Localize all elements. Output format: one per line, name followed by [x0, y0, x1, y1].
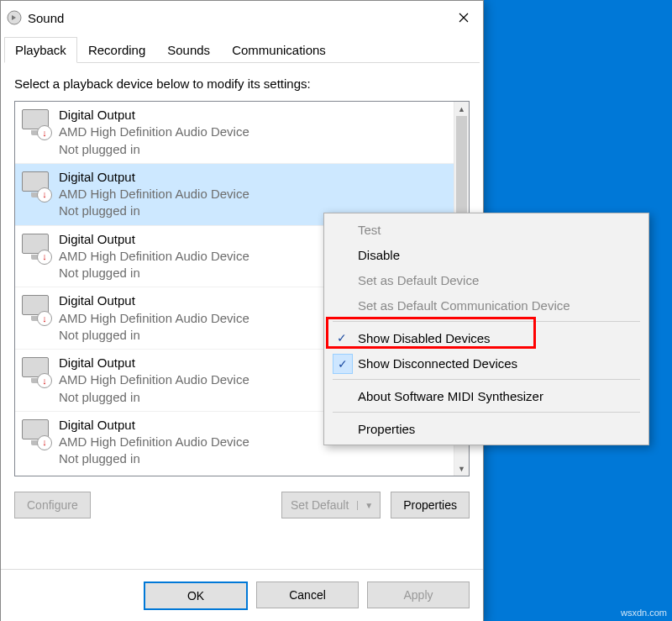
monitor-icon: ↓ [18, 169, 52, 203]
device-text: Digital OutputAMD High Definition Audio … [59, 417, 249, 468]
check-icon: ✓ [333, 354, 353, 374]
instruction-text: Select a playback device below to modify… [14, 76, 470, 91]
device-name: Digital Output [59, 107, 249, 124]
device-text: Digital OutputAMD High Definition Audio … [59, 231, 249, 282]
monitor-icon: ↓ [18, 417, 52, 450]
device-name: Digital Output [59, 231, 249, 248]
device-state: Not plugged in [59, 327, 249, 344]
ctx-set-default-comm-device[interactable]: Set as Default Communication Device [324, 292, 648, 318]
device-subtitle: AMD High Definition Audio Device [59, 371, 249, 388]
ctx-disable[interactable]: Disable [324, 242, 648, 267]
scroll-down-button[interactable]: ▼ [454, 461, 469, 476]
device-state: Not plugged in [59, 450, 249, 467]
ctx-set-default-device[interactable]: Set as Default Device [324, 267, 648, 292]
monitor-icon: ↓ [18, 231, 52, 265]
monitor-icon: ↓ [18, 292, 52, 326]
cancel-button[interactable]: Cancel [256, 582, 359, 608]
context-menu: Test Disable Set as Default Device Set a… [323, 213, 649, 445]
tabs-container: Playback Recording Sounds Communications [1, 34, 483, 63]
device-name: Digital Output [59, 292, 249, 309]
properties-button[interactable]: Properties [391, 492, 470, 518]
close-button[interactable] [444, 4, 483, 31]
scroll-up-button[interactable]: ▲ [454, 102, 469, 116]
unplugged-badge-icon: ↓ [37, 311, 52, 326]
device-subtitle: AMD High Definition Audio Device [59, 124, 249, 140]
ctx-about-midi-synth[interactable]: About Software MIDI Synthesizer [324, 383, 648, 408]
window-title: Sound [28, 11, 64, 25]
device-text: Digital OutputAMD High Definition Audio … [59, 355, 249, 406]
device-name: Digital Output [59, 417, 249, 434]
set-default-button[interactable]: Set Default ▼ [281, 492, 381, 518]
tab-communications[interactable]: Communications [221, 37, 337, 63]
tab-playback[interactable]: Playback [4, 37, 77, 63]
ctx-show-disconnected-devices[interactable]: ✓ Show Disconnected Devices [324, 350, 648, 376]
configure-button[interactable]: Configure [14, 492, 91, 518]
device-text: Digital OutputAMD High Definition Audio … [59, 107, 249, 158]
ctx-test[interactable]: Test [324, 217, 648, 242]
device-subtitle: AMD High Definition Audio Device [59, 248, 249, 265]
device-text: Digital OutputAMD High Definition Audio … [59, 169, 249, 220]
ctx-separator-2 [333, 379, 640, 380]
ok-button[interactable]: OK [144, 582, 248, 610]
device-subtitle: AMD High Definition Audio Device [59, 310, 249, 327]
unplugged-badge-icon: ↓ [37, 373, 52, 388]
ctx-properties[interactable]: Properties [324, 416, 648, 441]
scroll-thumb[interactable] [456, 116, 467, 225]
apply-button[interactable]: Apply [367, 582, 470, 608]
ctx-separator-1 [333, 321, 640, 322]
check-icon: ✓ [333, 329, 351, 347]
device-text: Digital OutputAMD High Definition Audio … [59, 292, 249, 344]
ctx-separator-3 [333, 412, 640, 413]
monitor-icon: ↓ [18, 107, 52, 140]
unplugged-badge-icon: ↓ [37, 125, 52, 140]
ctx-show-disabled-label: Show Disabled Devices [358, 331, 491, 345]
device-item[interactable]: ↓Digital OutputAMD High Definition Audio… [15, 102, 454, 163]
device-state: Not plugged in [59, 389, 249, 406]
device-state: Not plugged in [59, 265, 249, 282]
sound-app-icon [6, 9, 23, 26]
tab-sounds[interactable]: Sounds [156, 37, 221, 63]
ctx-show-disconnected-label: Show Disconnected Devices [358, 356, 517, 371]
device-subtitle: AMD High Definition Audio Device [59, 434, 249, 450]
unplugged-badge-icon: ↓ [37, 187, 52, 203]
watermark: wsxdn.com [621, 608, 667, 618]
device-action-row: Configure Set Default ▼ Properties [14, 476, 470, 532]
unplugged-badge-icon: ↓ [37, 250, 52, 265]
dialog-footer: OK Cancel Apply [1, 569, 483, 621]
chevron-down-icon[interactable]: ▼ [357, 501, 380, 510]
tab-recording[interactable]: Recording [77, 37, 156, 63]
ctx-show-disabled-devices[interactable]: ✓ Show Disabled Devices [324, 325, 648, 350]
title-bar: Sound [1, 1, 483, 34]
device-name: Digital Output [59, 355, 249, 371]
set-default-label: Set Default [282, 498, 357, 512]
device-state: Not plugged in [59, 203, 249, 219]
device-name: Digital Output [59, 169, 249, 186]
device-state: Not plugged in [59, 141, 249, 158]
monitor-icon: ↓ [18, 355, 52, 388]
device-subtitle: AMD High Definition Audio Device [59, 186, 249, 203]
unplugged-badge-icon: ↓ [37, 435, 52, 450]
